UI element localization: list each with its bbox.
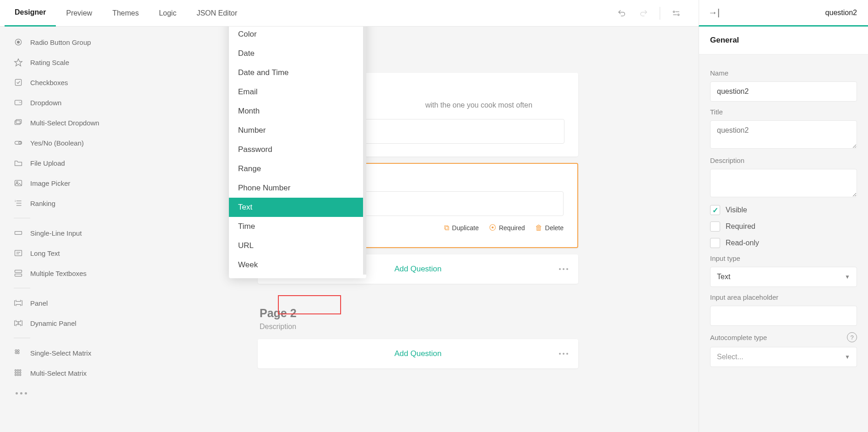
tab-preview[interactable]: Preview [56,0,102,27]
dropdown-item[interactable]: Date [229,44,366,63]
dropdown-item[interactable]: Week [229,255,366,275]
svg-rect-19 [15,232,22,235]
topbar-tabs: Designer Preview Themes Logic JSON Edito… [0,0,247,26]
dropdown-item[interactable]: Number [229,121,366,140]
toolbox-item-dropdown[interactable]: Dropdown [0,92,137,113]
toolbox-label: Multiple Textboxes [30,270,87,277]
prop-desc-label: Description [710,157,857,164]
toolbox-item-rating[interactable]: Rating Scale [0,52,137,72]
dropdown-item[interactable]: Text [229,198,366,217]
prop-required[interactable]: Required [710,221,857,232]
toolbox-item-multiselect[interactable]: Multi-Select Dropdown [0,113,137,133]
toolbox-item-longtext[interactable]: Long Text [0,243,137,263]
redo-icon[interactable] [635,5,652,22]
svg-text:1: 1 [15,200,16,202]
toolbox-item-file[interactable]: File Upload [0,153,137,173]
dropdown-item[interactable]: Email [229,82,366,102]
toolbox-label: File Upload [30,159,65,167]
duplicate-button[interactable]: ⧉Duplicate [444,224,478,232]
toolbox-label: Ranking [30,200,55,207]
undo-icon[interactable] [613,5,630,22]
toolbox-item-multiboxes[interactable]: Multiple Textboxes [0,263,137,283]
prop-inputtype-select[interactable]: Text▼ [710,267,857,287]
folder-icon [14,158,23,167]
topbar: Designer Preview Themes Logic JSON Edito… [0,0,868,27]
tab-logic[interactable]: Logic [149,0,186,27]
prop-inputtype-label: Input type [710,254,857,262]
svg-point-36 [17,372,19,373]
svg-point-0 [673,11,674,12]
svg-point-40 [20,374,21,376]
props-section-general[interactable]: General [699,27,868,54]
dropdown-item[interactable]: Month [229,102,366,121]
page2-header[interactable]: Page 2 Description [258,307,578,331]
toolbox-label: Single-Select Matrix [30,349,91,357]
prop-title-label: Title [710,108,857,116]
more-icon[interactable] [559,353,568,355]
dropdown-icon [14,98,23,107]
toolbox-label: Long Text [30,249,60,257]
ranking-icon: 1 [14,199,23,208]
toolbox-item-panel[interactable]: Panel [0,293,137,313]
toolbox-item-msmatrix[interactable]: Multi-Select Matrix [0,363,137,383]
required-button[interactable]: ⦿Required [489,224,525,232]
required-icon: ⦿ [489,224,496,232]
svg-point-12 [19,142,21,144]
tab-designer[interactable]: Designer [5,0,56,27]
dropdown-item[interactable]: Date and Time [229,63,366,82]
prop-title-input[interactable] [710,120,857,149]
add-question-button-2[interactable]: Add Question [258,339,578,368]
delete-button[interactable]: 🗑Delete [535,224,564,232]
prop-readonly[interactable]: Read-only [710,238,857,248]
prop-autocomplete-select[interactable]: Select...▼ [710,347,857,367]
toolbox-label: Multi-Select Matrix [30,369,87,377]
toolbox-separator [14,218,30,218]
svg-rect-10 [16,119,22,123]
toolbox-item-checkboxes[interactable]: Checkboxes [0,72,137,92]
toolbox-item-ranking[interactable]: 1Ranking [0,193,137,213]
star-icon [14,58,23,67]
svg-rect-25 [15,274,22,276]
toolbox-more[interactable] [0,383,137,403]
prop-name-label: Name [710,69,857,77]
collapse-panel-icon[interactable]: →| [708,7,720,18]
dropdown-item[interactable]: Range [229,159,366,178]
tab-themes[interactable]: Themes [102,0,149,27]
toolbox-item-radio[interactable]: Radio Button Group [0,32,137,52]
prop-placeholder-input[interactable] [710,306,857,326]
toolbox-label: Single-Line Input [30,229,82,237]
more-icon[interactable] [559,268,568,270]
svg-point-33 [17,370,19,371]
dropdown-item[interactable]: Color [229,27,366,44]
dropdown-item[interactable]: Time [229,217,366,236]
toolbox-item-imagepicker[interactable]: Image Picker [0,173,137,193]
checkbox-icon [710,205,720,215]
page-desc: Description [260,323,578,331]
help-icon[interactable]: ? [847,332,857,342]
toolbox-item-singleline[interactable]: Single-Line Input [0,223,137,243]
dropdown-item[interactable]: Phone Number [229,178,366,198]
toolbox-label: Image Picker [30,179,71,187]
toolbox: Radio Button Group Rating Scale Checkbox… [0,27,137,432]
svg-rect-9 [15,121,21,124]
toolbox-separator [14,288,30,288]
svg-rect-7 [15,79,21,85]
prop-placeholder-label: Input area placeholder [710,293,857,301]
trash-icon: 🗑 [535,224,542,232]
toolbox-item-boolean[interactable]: Yes/No (Boolean) [0,133,137,153]
tab-json-editor[interactable]: JSON Editor [186,0,247,27]
prop-name-input[interactable] [710,81,857,102]
settings-icon[interactable] [667,5,685,22]
svg-point-29 [17,350,19,351]
toolbox-item-dynpanel[interactable]: Dynamic Panel [0,313,137,333]
prop-desc-input[interactable] [710,169,857,197]
svg-marker-6 [15,59,22,66]
prop-visible[interactable]: Visible [710,205,857,215]
dropdown-item[interactable]: Password [229,140,366,159]
svg-point-2 [678,14,679,16]
svg-point-28 [15,350,17,351]
svg-rect-21 [15,250,22,256]
toolbox-item-ssmatrix[interactable]: Single-Select Matrix [0,343,137,363]
svg-point-31 [17,352,19,354]
dropdown-item[interactable]: URL [229,236,366,255]
